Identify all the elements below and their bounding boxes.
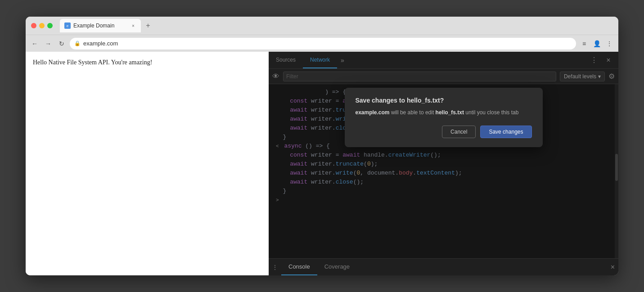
address-right-icons: ≡ 👤 ⋮ — [579, 38, 615, 49]
lock-icon: 🔒 — [74, 40, 81, 46]
tab-bar: e Example Domain × + — [60, 19, 613, 32]
tab-favicon: e — [64, 22, 71, 29]
page-text: Hello Native File System API. You're ama… — [33, 59, 261, 66]
refresh-button[interactable]: ↻ — [56, 38, 67, 49]
dialog-domain: example.com — [356, 109, 390, 116]
minimize-window-button[interactable] — [39, 23, 45, 28]
address-bar-row: ← → ↻ 🔒 example.com ≡ 👤 ⋮ — [26, 35, 618, 52]
forward-button[interactable]: → — [43, 38, 54, 49]
content-area: Hello Native File System API. You're ama… — [26, 52, 618, 275]
tab-title: Example Domain — [73, 22, 114, 29]
address-text: example.com — [83, 40, 118, 47]
traffic-lights — [31, 23, 53, 28]
save-dialog: Save changes to hello_fs.txt? example.co… — [345, 88, 543, 147]
dialog-body: example.com will be able to edit hello_f… — [356, 108, 532, 117]
cast-button[interactable]: ≡ — [579, 38, 590, 49]
title-bar: e Example Domain × + — [26, 17, 618, 35]
cancel-button[interactable]: Cancel — [442, 126, 476, 138]
dialog-overlay: Save changes to hello_fs.txt? example.co… — [269, 52, 618, 275]
devtools-panel: Sources Network » ⋮ × 👁 Default levels — [269, 52, 618, 275]
close-window-button[interactable] — [31, 23, 36, 28]
tab-close-button[interactable]: × — [130, 22, 136, 29]
page-content: Hello Native File System API. You're ama… — [26, 52, 269, 275]
menu-button[interactable]: ⋮ — [604, 38, 615, 49]
address-bar[interactable]: 🔒 example.com — [70, 38, 576, 49]
browser-tab[interactable]: e Example Domain × — [60, 19, 141, 32]
dialog-buttons: Cancel Save changes — [356, 126, 532, 138]
profile-button[interactable]: 👤 — [591, 38, 602, 49]
dialog-title: Save changes to hello_fs.txt? — [356, 97, 532, 104]
back-button[interactable]: ← — [29, 38, 40, 49]
browser-window: e Example Domain × + ← → ↻ 🔒 example.com… — [26, 17, 618, 275]
save-changes-button[interactable]: Save changes — [480, 126, 531, 138]
dialog-filename: hello_fs.txt — [436, 109, 464, 116]
new-tab-button[interactable]: + — [143, 20, 153, 31]
maximize-window-button[interactable] — [47, 23, 53, 28]
